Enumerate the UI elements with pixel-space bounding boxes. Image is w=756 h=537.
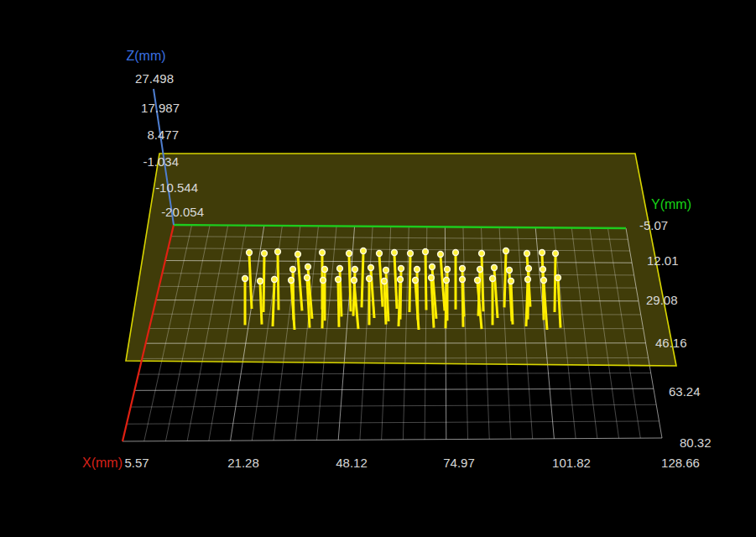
stem-pin-marker — [258, 279, 263, 284]
z-tick-label: -1.034 — [143, 154, 179, 169]
stem-pin-marker — [429, 275, 435, 281]
stem-pin-line — [338, 281, 339, 327]
stem-pin-marker — [444, 278, 450, 284]
stem-pin-marker — [508, 279, 514, 284]
reference-plane — [126, 154, 676, 366]
stem-pin-marker — [460, 266, 466, 272]
x-tick-label: 5.57 — [124, 456, 149, 470]
stem-pin-marker — [272, 277, 278, 283]
stem-pin-line — [555, 255, 555, 312]
stem-pin-marker — [475, 278, 481, 284]
stem-pin-marker — [541, 278, 547, 284]
stem-pin-line — [526, 281, 528, 326]
stem-pin-marker — [525, 277, 531, 283]
z-axis-title: Z(mm) — [126, 49, 165, 63]
stem-pin-marker — [430, 264, 435, 270]
z-tick-label: -10.544 — [155, 180, 198, 195]
stem-pin-marker — [262, 251, 268, 257]
stem-pin-marker — [383, 268, 389, 274]
stem-pin-marker — [492, 265, 498, 271]
stem-pin-marker — [414, 267, 420, 273]
stem-pin-marker — [368, 265, 374, 271]
stem-pin-marker — [347, 251, 352, 257]
stem-pin-marker — [320, 250, 326, 256]
stem-pin-marker — [477, 267, 483, 273]
stem-pin-marker — [352, 278, 357, 284]
stem-pin-line — [273, 281, 274, 326]
stem-pin-marker — [555, 275, 561, 281]
stem-pin-line — [425, 253, 426, 310]
stem-pin-marker — [540, 267, 546, 273]
stem-plot-canvas[interactable]: 5.5721.2848.1274.97101.82128.66-5.0712.0… — [0, 0, 756, 537]
stem-pin-marker — [445, 267, 451, 273]
stem-pin-marker — [524, 251, 530, 257]
stem-pin-marker — [479, 251, 485, 257]
x-tick-label: 128.66 — [661, 456, 700, 470]
stem-pin-marker — [290, 267, 296, 273]
y-tick-label: 80.32 — [680, 435, 712, 450]
stem-pin-marker — [490, 276, 496, 282]
stem-pin-line — [384, 283, 386, 325]
grid-line-y — [153, 314, 641, 315]
x-tick-label: 21.28 — [227, 456, 259, 470]
stem-pin-line — [278, 253, 279, 310]
stem-pin-line — [399, 281, 400, 326]
stem-pin-marker — [321, 278, 326, 284]
stem-pin-marker — [361, 248, 367, 254]
stem-pin-line — [362, 253, 363, 307]
stem-pin-marker — [322, 267, 328, 273]
stem-pin-marker — [336, 277, 342, 283]
z-tick-label: 27.498 — [135, 71, 174, 86]
y-tick-label: 12.01 — [647, 253, 679, 268]
stem-pin-marker — [305, 264, 311, 270]
stem-pin-marker — [540, 250, 545, 256]
stem-pin-marker — [453, 250, 459, 256]
x-tick-label: 48.12 — [336, 456, 368, 470]
stem-pin-marker — [526, 266, 532, 272]
3d-stem-plot-viewport[interactable]: 5.5721.2848.1274.97101.82128.66-5.0712.0… — [0, 0, 756, 537]
z-tick-label: 8.477 — [147, 128, 179, 142]
y-tick-label: -5.07 — [639, 218, 668, 232]
stem-pin-marker — [337, 266, 343, 272]
stem-pin-marker — [408, 251, 414, 257]
x-tick-label: 74.97 — [443, 456, 475, 470]
x-axis-title: X(mm) — [82, 456, 123, 470]
stem-pin-line — [504, 253, 506, 307]
stem-pin-line — [446, 282, 446, 328]
stem-pin-marker — [289, 278, 295, 284]
stem-pin-line — [482, 255, 483, 311]
stem-pin-marker — [398, 277, 404, 283]
y-tick-label: 46.16 — [655, 336, 687, 350]
stem-pin-line — [322, 282, 323, 328]
stem-pin-marker — [423, 249, 429, 255]
stem-pin-marker — [553, 251, 559, 257]
stem-pin-marker — [377, 251, 383, 257]
stem-pin-line — [462, 281, 463, 327]
stem-pin-marker — [399, 266, 404, 272]
stem-pin-marker — [438, 252, 444, 258]
y-tick-label: 29.08 — [646, 293, 678, 307]
stem-pin-marker — [503, 248, 509, 254]
z-tick-label: -20.054 — [161, 205, 204, 219]
stem-pin-marker — [392, 250, 398, 256]
stem-pin-marker — [247, 250, 253, 256]
stem-pin-line — [409, 255, 410, 312]
stem-pin-line — [349, 255, 351, 311]
x-tick-label: 101.82 — [552, 456, 591, 470]
stem-pin-line — [263, 255, 264, 312]
stem-pin-marker — [413, 278, 419, 284]
stem-pin-marker — [295, 252, 301, 258]
stem-pin-line — [260, 283, 262, 325]
stem-pin-line — [511, 283, 513, 325]
stem-pin-marker — [305, 275, 310, 281]
y-tick-label: 63.24 — [669, 384, 701, 399]
y-axis-title: Y(mm) — [651, 197, 691, 211]
stem-pin-marker — [275, 249, 281, 255]
z-tick-label: 17.987 — [141, 101, 180, 115]
stem-pin-marker — [382, 279, 388, 284]
stem-pin-marker — [367, 276, 373, 282]
stem-pin-marker — [242, 276, 248, 282]
stem-pin-marker — [352, 267, 358, 273]
stem-pin-marker — [507, 268, 513, 274]
stem-pin-marker — [460, 277, 466, 283]
